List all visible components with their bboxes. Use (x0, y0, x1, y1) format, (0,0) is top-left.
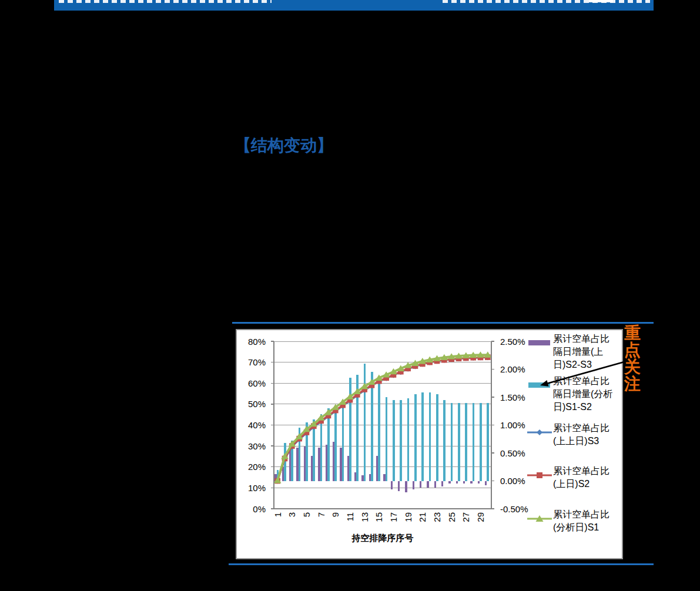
svg-text:13: 13 (360, 512, 370, 522)
legend-label: 累计空单占比 (分析日)S1 (553, 508, 609, 534)
svg-text:9: 9 (330, 512, 340, 517)
axis-labels: 0%10%20%30%40%50%60%70%80%-0.50%0.00%0.5… (248, 337, 528, 543)
svg-text:20%: 20% (248, 462, 266, 472)
legend-item-s2-cumulative: 累计空单占比 (上日)S2 (527, 465, 621, 491)
callout-arrow (538, 355, 629, 391)
legend-item-s3-cumulative: 累计空单占比 (上上日)S3 (527, 422, 621, 448)
svg-text:11: 11 (345, 512, 355, 522)
svg-text:1.50%: 1.50% (500, 392, 525, 402)
section-heading: 【结构变动】 (235, 135, 333, 157)
legend-item-s1-cumulative: 累计空单占比 (分析日)S1 (527, 508, 621, 534)
svg-text:19: 19 (403, 512, 413, 522)
svg-text:1: 1 (273, 512, 283, 517)
svg-text:1.00%: 1.00% (500, 420, 525, 430)
svg-text:0%: 0% (253, 504, 266, 514)
svg-text:17: 17 (388, 512, 398, 522)
svg-text:2.00%: 2.00% (500, 364, 525, 374)
svg-text:70%: 70% (248, 357, 266, 367)
svg-text:5: 5 (302, 512, 312, 517)
clipped-header-text-left (59, 0, 272, 3)
svg-text:23: 23 (432, 512, 442, 522)
legend-swatch-red-square-line (527, 471, 552, 482)
svg-text:80%: 80% (248, 337, 266, 347)
legend-label: 累计空单占比 (上上日)S3 (553, 422, 609, 448)
svg-text:50%: 50% (248, 399, 266, 409)
legend-swatch-blue-diamond-line (527, 428, 552, 439)
svg-text:21: 21 (417, 512, 427, 522)
top-separator-line (232, 322, 654, 324)
legend-swatch-green-triangle-line (527, 515, 552, 525)
svg-text:-0.50%: -0.50% (500, 504, 528, 514)
report-page: 【结构变动】 0%10%20%30%40%50%60%70%80%-0.50%0… (0, 0, 700, 591)
svg-text:27: 27 (461, 512, 471, 522)
svg-text:7: 7 (316, 512, 326, 517)
clipped-header-dash (589, 0, 613, 2)
svg-text:0.50%: 0.50% (500, 448, 525, 458)
svg-text:29: 29 (475, 512, 485, 522)
svg-text:30%: 30% (248, 441, 266, 451)
svg-text:40%: 40% (248, 420, 266, 430)
svg-text:0.00%: 0.00% (500, 476, 525, 486)
bottom-separator-line (229, 563, 654, 565)
svg-text:2.50%: 2.50% (500, 337, 525, 347)
x-axis-title: 持空排降序序号 (351, 533, 414, 543)
svg-text:25: 25 (447, 512, 457, 522)
legend-swatch-purple-bar (527, 339, 552, 350)
clipped-header-text-right (443, 0, 650, 3)
svg-text:10%: 10% (248, 483, 266, 493)
legend-label: 累计空单占比 (上日)S2 (553, 465, 609, 491)
svg-text:15: 15 (374, 512, 384, 522)
header-bar (54, 0, 654, 11)
svg-text:3: 3 (287, 512, 297, 517)
svg-text:60%: 60% (248, 378, 266, 388)
